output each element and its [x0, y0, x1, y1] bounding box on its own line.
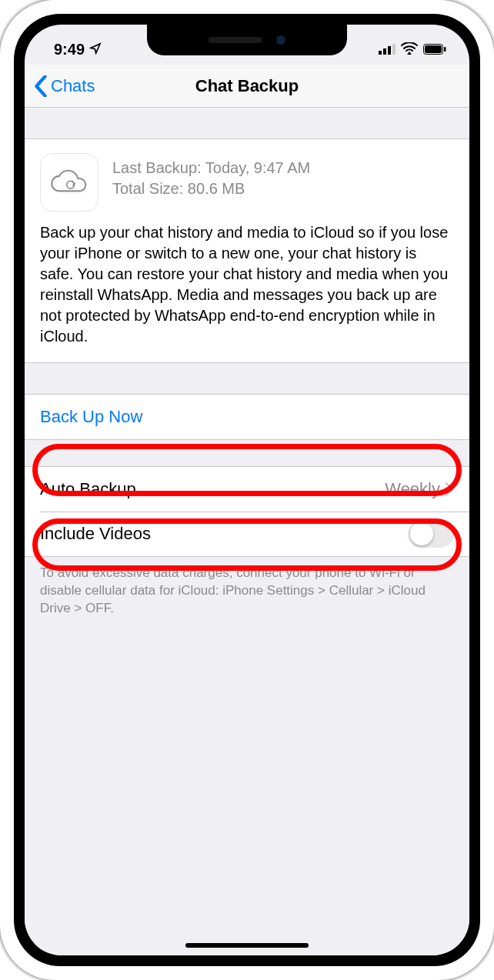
nav-bar: Chats Chat Backup — [25, 65, 469, 108]
location-icon — [89, 41, 102, 58]
include-videos-row: Include Videos — [25, 512, 469, 556]
settings-group: Auto Backup Weekly Include Videos — [25, 466, 469, 557]
backup-now-label: Back Up Now — [40, 407, 142, 427]
auto-backup-label: Auto Backup — [40, 479, 136, 499]
svg-rect-7 — [444, 47, 446, 52]
chevron-left-icon — [34, 75, 48, 97]
include-videos-label: Include Videos — [40, 524, 151, 544]
backup-description: Back up your chat history and media to i… — [40, 222, 454, 347]
footer-note: To avoid excessive data charges, connect… — [25, 557, 469, 618]
include-videos-switch[interactable] — [408, 520, 454, 548]
back-label: Chats — [51, 76, 95, 96]
last-backup-text: Last Backup: Today, 9:47 AM — [112, 158, 310, 178]
total-size-text: Total Size: 80.6 MB — [112, 178, 310, 199]
battery-icon — [423, 41, 446, 58]
svg-point-4 — [408, 52, 410, 54]
svg-rect-0 — [379, 51, 382, 55]
home-indicator[interactable] — [185, 943, 309, 948]
notch — [147, 25, 347, 55]
backup-info-section: Last Backup: Today, 9:47 AM Total Size: … — [25, 138, 469, 363]
svg-rect-2 — [388, 46, 391, 55]
cellular-icon — [379, 41, 396, 58]
wifi-icon — [401, 41, 418, 58]
svg-rect-1 — [383, 48, 386, 55]
svg-rect-6 — [425, 45, 442, 53]
backup-now-row[interactable]: Back Up Now — [25, 395, 469, 439]
back-button[interactable]: Chats — [34, 65, 95, 107]
icloud-icon — [40, 153, 98, 212]
auto-backup-row[interactable]: Auto Backup Weekly — [25, 467, 469, 512]
page-title: Chat Backup — [195, 76, 299, 96]
backup-now-group: Back Up Now — [25, 394, 469, 440]
status-time: 9:49 — [54, 41, 85, 58]
svg-rect-3 — [392, 44, 396, 55]
auto-backup-value: Weekly — [385, 479, 440, 499]
chevron-right-icon — [445, 482, 454, 496]
content[interactable]: Last Backup: Today, 9:47 AM Total Size: … — [25, 108, 469, 955]
device-frame: 9:49 — [0, 0, 494, 980]
screen: 9:49 — [25, 25, 469, 955]
